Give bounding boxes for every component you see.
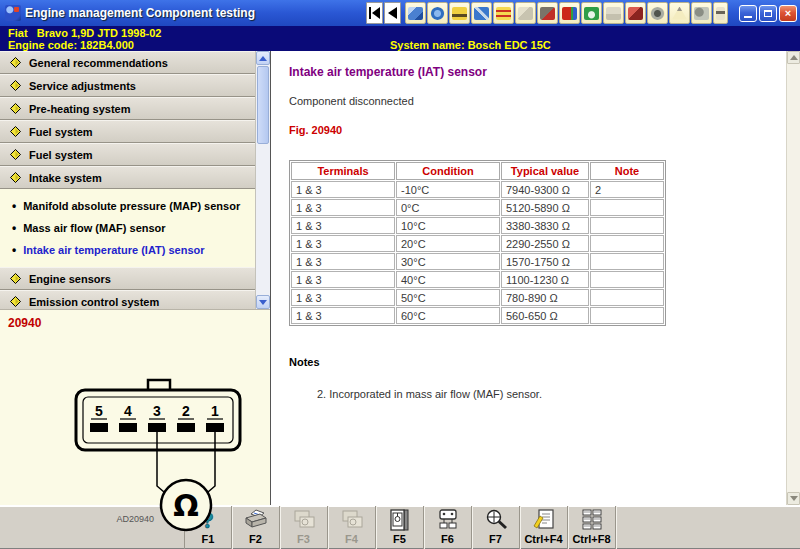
sidebar-scroll-track[interactable] bbox=[256, 145, 270, 295]
nav-first-button[interactable] bbox=[366, 2, 383, 24]
car-service-icon[interactable] bbox=[449, 2, 470, 24]
function-key-label: Ctrl+F8 bbox=[572, 533, 610, 545]
notes-button[interactable]: Ctrl+F4 bbox=[520, 506, 568, 549]
sidebar-scroll-down-button[interactable] bbox=[256, 295, 270, 309]
table-row: 1 & 3 50°C 780-890 Ω bbox=[291, 289, 664, 306]
scroll-up-icon bbox=[259, 56, 267, 61]
plug-icon[interactable] bbox=[713, 2, 728, 24]
globe-icon[interactable] bbox=[427, 2, 448, 24]
car-body-disabled-icon[interactable] bbox=[603, 2, 624, 24]
cell-typical-value: 560-650 Ω bbox=[501, 307, 589, 324]
plug-glyph bbox=[716, 7, 725, 20]
cell-typical-value: 2290-2550 Ω bbox=[501, 235, 589, 252]
diamond-icon bbox=[10, 126, 21, 137]
page-title: Intake air temperature (IAT) sensor bbox=[289, 65, 776, 79]
first-page-icon bbox=[369, 7, 380, 19]
submenu-item-map-sensor[interactable]: • Manifold absolute pressure (MAP) senso… bbox=[12, 195, 255, 217]
diamond-icon bbox=[10, 80, 21, 91]
cell-condition: -10°C bbox=[396, 181, 500, 198]
app-window: Engine management Component testing bbox=[0, 0, 800, 549]
gears-icon[interactable] bbox=[691, 2, 712, 24]
table-header-row: Terminals Condition Typical value Note bbox=[291, 162, 664, 180]
figure-code-label: AD20940 bbox=[116, 514, 154, 524]
sidebar-item-emission-control-system[interactable]: Emission control system bbox=[0, 290, 255, 309]
repair-times-icon[interactable] bbox=[493, 2, 514, 24]
sidebar-item-engine-sensors[interactable]: Engine sensors bbox=[0, 267, 255, 290]
cell-condition: 40°C bbox=[396, 271, 500, 288]
sidebar-item-service-adjustments[interactable]: Service adjustments bbox=[0, 74, 255, 97]
cell-typical-value: 780-890 Ω bbox=[501, 289, 589, 306]
submenu-item-maf-sensor[interactable]: • Mass air flow (MAF) sensor bbox=[12, 217, 255, 239]
minimize-button[interactable] bbox=[739, 5, 757, 22]
intake-system-submenu: • Manifold absolute pressure (MAP) senso… bbox=[0, 189, 255, 267]
document-disabled-glyph bbox=[518, 7, 533, 20]
ohm-symbol: Ω bbox=[173, 488, 199, 523]
cell-note bbox=[590, 289, 664, 306]
main-scroll-track[interactable] bbox=[787, 64, 800, 492]
sidebar-item-label: Intake system bbox=[29, 172, 102, 184]
restore-glyph bbox=[764, 10, 772, 17]
vehicle-header: Fiat Bravo 1,9D JTD 1998-02 Engine code:… bbox=[0, 26, 800, 51]
cell-terminals: 1 & 3 bbox=[291, 235, 395, 252]
cell-note bbox=[590, 217, 664, 234]
nav-back-button[interactable] bbox=[384, 2, 401, 24]
body: General recommendations Service adjustme… bbox=[0, 51, 800, 505]
data-tables-button[interactable]: Ctrl+F8 bbox=[568, 506, 616, 549]
submenu-item-label: Manifold absolute pressure (MAP) sensor bbox=[23, 200, 240, 212]
car-wash-icon[interactable] bbox=[581, 2, 602, 24]
tools-icon[interactable] bbox=[471, 2, 492, 24]
column-header: Condition bbox=[396, 162, 500, 180]
repair-times-glyph bbox=[496, 7, 511, 20]
close-button[interactable]: × bbox=[779, 5, 797, 22]
titlebar: Engine management Component testing bbox=[0, 0, 800, 26]
seat-glyph bbox=[628, 7, 643, 20]
diamond-icon bbox=[10, 103, 21, 114]
wheel-icon[interactable] bbox=[647, 2, 668, 24]
car-service-glyph bbox=[452, 7, 467, 20]
phone-glyph bbox=[540, 7, 555, 20]
wiring-diagram-button[interactable]: F6 bbox=[424, 506, 472, 549]
scroll-down-icon bbox=[790, 496, 798, 501]
cell-condition: 50°C bbox=[396, 289, 500, 306]
submenu-item-iat-sensor[interactable]: • Intake air temperature (IAT) sensor bbox=[12, 239, 255, 261]
sidebar-item-pre-heating-system[interactable]: Pre-heating system bbox=[0, 97, 255, 120]
warning-triangle-glyph bbox=[672, 7, 687, 20]
bullet-icon: • bbox=[12, 201, 16, 211]
diagnostics-icon[interactable] bbox=[405, 2, 426, 24]
sidebar-item-label: General recommendations bbox=[29, 57, 168, 69]
sidebar-item-general-recommendations[interactable]: General recommendations bbox=[0, 51, 255, 74]
globe-glyph bbox=[430, 7, 445, 20]
scroll-down-icon bbox=[259, 300, 267, 305]
sidebar-item-intake-system[interactable]: Intake system bbox=[0, 166, 255, 189]
test-values-table: Terminals Condition Typical value Note 1… bbox=[289, 160, 666, 326]
sidebar-scroll-up-button[interactable] bbox=[256, 51, 270, 65]
function-key-label: F3 bbox=[297, 533, 310, 545]
document-disabled-icon[interactable] bbox=[515, 2, 536, 24]
paint-codes-icon[interactable] bbox=[559, 2, 580, 24]
main-content: Intake air temperature (IAT) sensor Comp… bbox=[270, 51, 800, 505]
phone-icon[interactable] bbox=[537, 2, 558, 24]
sidebar: General recommendations Service adjustme… bbox=[0, 51, 270, 505]
component-test-button[interactable]: F5 bbox=[376, 506, 424, 549]
top-toolbar-icon-strip bbox=[405, 2, 729, 24]
sidebar-item-fuel-system-1[interactable]: Fuel system bbox=[0, 120, 255, 143]
notes-heading: Notes bbox=[289, 356, 776, 368]
sidebar-item-label: Fuel system bbox=[29, 126, 93, 138]
window-controls: × bbox=[737, 5, 797, 22]
restore-button[interactable] bbox=[759, 5, 777, 22]
data-tables-icon bbox=[579, 508, 605, 532]
main-scroll-up-button[interactable] bbox=[787, 51, 800, 64]
table-row: 1 & 3 -10°C 7940-9300 Ω 2 bbox=[291, 181, 664, 198]
warning-triangle-icon[interactable] bbox=[669, 2, 690, 24]
main-scroll-down-button[interactable] bbox=[787, 492, 800, 505]
search-button[interactable]: F7 bbox=[472, 506, 520, 549]
table-row: 1 & 3 30°C 1570-1750 Ω bbox=[291, 253, 664, 270]
pin-number: 1 bbox=[211, 403, 219, 419]
cell-terminals: 1 & 3 bbox=[291, 253, 395, 270]
seat-icon[interactable] bbox=[625, 2, 646, 24]
sidebar-scroll-thumb[interactable] bbox=[257, 66, 269, 144]
sidebar-item-fuel-system-2[interactable]: Fuel system bbox=[0, 143, 255, 166]
cell-note bbox=[590, 307, 664, 324]
cell-note bbox=[590, 271, 664, 288]
figure-panel: 20940 5 4 3 2 1 bbox=[0, 309, 270, 505]
